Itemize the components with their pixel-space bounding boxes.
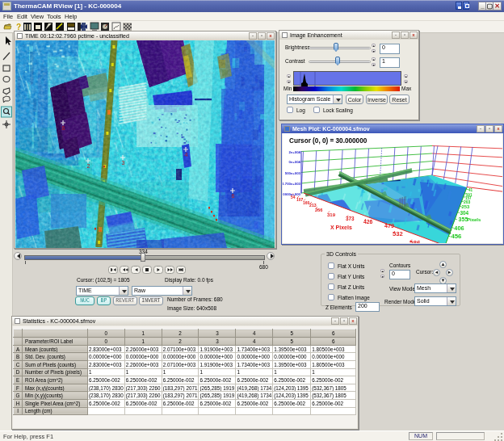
svg-text:1.700e+003: 1.700e+003 (283, 182, 301, 186)
svg-text:500e+003: 500e+003 (285, 171, 301, 175)
svg-text:479: 479 (384, 222, 394, 229)
svg-text:Cursor (0, 0) = 30.000000: Cursor (0, 0) = 30.000000 (289, 137, 368, 145)
svg-text:586: 586 (410, 239, 421, 244)
svg-text:2e+004: 2e+004 (289, 150, 301, 154)
svg-text:Pixels: Pixels (467, 217, 481, 222)
svg-text:X Pixels: X Pixels (330, 225, 352, 230)
svg-text:0e+004: 0e+004 (289, 160, 301, 164)
svg-text:304: 304 (460, 210, 468, 216)
svg-text:253: 253 (462, 204, 470, 209)
svg-text:0000e+000: 0000e+000 (283, 192, 300, 196)
svg-text:456: 456 (451, 233, 462, 240)
svg-text:406: 406 (454, 225, 464, 232)
svg-text:532: 532 (393, 230, 403, 237)
svg-text:203: 203 (464, 200, 471, 204)
svg-text:319: 319 (327, 212, 336, 217)
svg-text:41: 41 (468, 188, 473, 192)
